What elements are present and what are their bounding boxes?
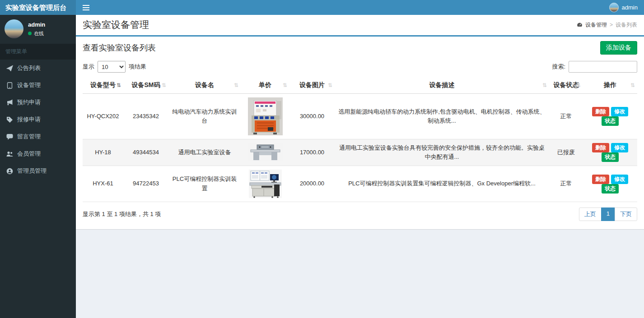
cell-price: 17000.00 (289, 139, 335, 166)
table-controls: 显示 10 项结果 搜索: (76, 57, 644, 77)
cell-image (241, 94, 289, 139)
navbar-user[interactable]: admin (609, 3, 644, 12)
cell-status: 正常 (549, 166, 583, 202)
top-navbar: 实验室设备管理后台 admin (0, 0, 644, 15)
box-title: 查看实验室设备列表 (83, 42, 156, 53)
length-label-suffix: 项结果 (129, 63, 146, 71)
header-sm-code[interactable]: 设备SM码⇅ (123, 77, 168, 94)
brand-title[interactable]: 实验室设备管理后台 (0, 0, 76, 15)
sort-icon: ⇅ (283, 82, 287, 88)
sort-icon: ⇅ (162, 82, 166, 88)
page-size-select[interactable]: 10 (98, 61, 126, 73)
header-image[interactable]: 设备图片⇅ (289, 77, 335, 94)
header-model[interactable]: 设备型号⇅ (83, 77, 123, 94)
header-status[interactable]: 设备状态⇅ (549, 77, 583, 94)
equipment-table: 设备型号⇅ 设备SM码⇅ 设备名⇅ 单价⇅ 设备图片⇅ 设备描述⇅ 设备状态⇅ … (83, 77, 637, 202)
sidebar-item-reservations[interactable]: 预约申请 (0, 94, 76, 111)
pagination-page-1[interactable]: 1 (601, 207, 615, 221)
search-label: 搜索: (552, 63, 565, 71)
sidebar-item-admins[interactable]: 管理员管理 (0, 162, 76, 180)
dashboard-icon (577, 22, 583, 28)
table-row: HY-QCX202 23435342 纯电动汽车动力系统实训台 (83, 94, 637, 139)
delete-button[interactable]: 删除 (592, 143, 609, 152)
online-status-label: 在线 (34, 30, 44, 37)
sort-icon: ⇅ (576, 82, 581, 88)
state-button[interactable]: 状态 (602, 184, 619, 194)
edit-button[interactable]: 修改 (611, 143, 628, 152)
state-button[interactable]: 状态 (602, 116, 619, 126)
sidebar-item-members[interactable]: 会员管理 (0, 145, 76, 162)
cell-actions: 删除修改状态 (583, 139, 637, 166)
sidebar-user-panel: admin 在线 (0, 15, 76, 44)
paper-plane-icon (6, 65, 13, 72)
add-equipment-button[interactable]: 添加设备 (600, 41, 637, 55)
main-content: 实验室设备管理 设备管理 > 设备列表 查看实验室设备列表 添加设备 显示 10… (76, 15, 644, 318)
cell-sm-code: 49344534 (123, 139, 168, 166)
header-actions[interactable]: 操作⇅ (583, 77, 637, 94)
page-title: 实验室设备管理 (83, 18, 149, 31)
bullhorn-icon (6, 99, 13, 106)
sidebar-item-label: 预约申请 (17, 98, 41, 106)
sort-icon: ⇅ (630, 82, 635, 88)
users-icon (6, 151, 13, 157)
sidebar-item-announcements[interactable]: 公告列表 (0, 60, 76, 77)
state-button[interactable]: 状态 (602, 152, 619, 162)
online-status-icon (28, 32, 32, 35)
delete-button[interactable]: 删除 (592, 175, 609, 184)
equipment-photo (249, 170, 282, 198)
delete-button[interactable]: 删除 (592, 107, 609, 116)
tablet-icon (6, 82, 13, 89)
table-footer: 显示第 1 至 1 项结果，共 1 项 上页 1 下页 (76, 202, 644, 226)
sidebar-item-messages[interactable]: 留言管理 (0, 128, 76, 145)
hamburger-icon[interactable] (76, 0, 96, 15)
cell-description: 选用新能源纯电动轿车的动力系统制作,包含驱动电机、电机控制器、传动系统、制动系统… (335, 94, 549, 139)
cell-model: HY-18 (83, 139, 123, 166)
cell-price: 30000.00 (289, 94, 335, 139)
pagination: 上页 1 下页 (579, 207, 637, 221)
sort-icon: ⇅ (542, 82, 547, 88)
navbar-right: admin (76, 0, 644, 15)
user-avatar (5, 19, 23, 38)
sidebar-item-label: 报修申请 (17, 115, 41, 124)
sort-icon: ⇅ (117, 82, 121, 88)
header-price[interactable]: 单价⇅ (241, 77, 289, 94)
sidebar-item-label: 设备管理 (17, 81, 41, 89)
user-avatar-icon (609, 3, 619, 12)
breadcrumb: 设备管理 > 设备列表 (577, 21, 637, 29)
cell-status: 正常 (549, 94, 583, 139)
cell-price: 20000.00 (289, 166, 335, 202)
equipment-photo (248, 97, 283, 135)
pagination-prev[interactable]: 上页 (579, 207, 602, 221)
header-description[interactable]: 设备描述⇅ (335, 77, 549, 94)
edit-button[interactable]: 修改 (611, 175, 628, 184)
cell-model: HY-QCX202 (83, 94, 123, 139)
results-info: 显示第 1 至 1 项结果，共 1 项 (83, 210, 161, 218)
cell-description: PLC可编程控制器实训装置集可编程逻辑控制器、Gx Developer编程软..… (335, 166, 549, 202)
breadcrumb-section[interactable]: 设备管理 (585, 21, 607, 29)
menu-header: 管理菜单 (0, 44, 76, 60)
equipment-photo (248, 143, 283, 161)
box-header: 查看实验室设备列表 添加设备 (76, 37, 644, 57)
sidebar-username: admin (28, 21, 45, 28)
breadcrumb-separator: > (610, 22, 613, 28)
cell-model: HYX-61 (83, 166, 123, 202)
table-row: HY-18 49344534 通用电工实验室设备 (83, 139, 637, 166)
table-header-row: 设备型号⇅ 设备SM码⇅ 设备名⇅ 单价⇅ 设备图片⇅ 设备描述⇅ 设备状态⇅ … (83, 77, 637, 94)
navbar-username: admin (622, 4, 638, 11)
breadcrumb-current: 设备列表 (616, 21, 637, 29)
pagination-next[interactable]: 下页 (615, 207, 637, 221)
edit-button[interactable]: 修改 (611, 107, 628, 116)
content-header: 实验室设备管理 设备管理 > 设备列表 (76, 15, 644, 35)
cell-sm-code: 94722453 (123, 166, 168, 202)
sidebar-item-equipment[interactable]: 设备管理 (0, 77, 76, 94)
cell-image (241, 166, 289, 202)
equipment-list-box: 查看实验室设备列表 添加设备 显示 10 项结果 搜索: (76, 35, 644, 229)
sidebar-item-label: 留言管理 (17, 133, 41, 141)
sidebar: admin 在线 管理菜单 公告列表 设备管理 预约申请 报修申请 留言管理 会… (0, 15, 76, 318)
search-input[interactable] (569, 61, 637, 73)
cell-actions: 删除修改状态 (583, 94, 637, 139)
sidebar-item-repairs[interactable]: 报修申请 (0, 111, 76, 128)
sidebar-item-label: 会员管理 (17, 150, 41, 158)
cell-image (241, 139, 289, 166)
header-name[interactable]: 设备名⇅ (168, 77, 241, 94)
